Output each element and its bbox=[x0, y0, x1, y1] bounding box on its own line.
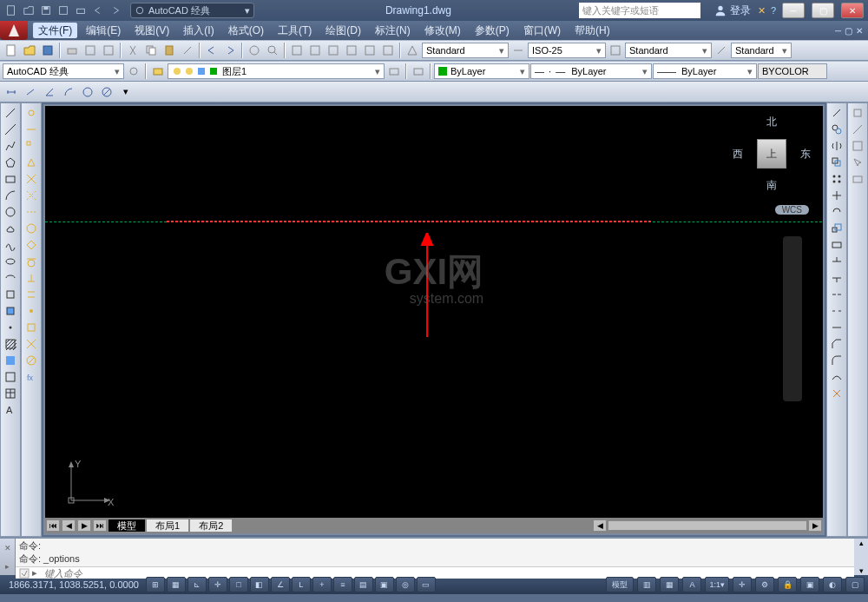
tablestyle-dropdown[interactable]: Standard▾ bbox=[625, 43, 712, 58]
isolate-icon[interactable]: ◐ bbox=[823, 577, 842, 592]
break-point-icon[interactable] bbox=[828, 287, 845, 302]
mirror-icon[interactable] bbox=[828, 138, 845, 154]
revcloud-icon[interactable] bbox=[2, 221, 19, 236]
dim-diameter-icon[interactable] bbox=[98, 83, 115, 101]
otrack-button[interactable]: ∠ bbox=[271, 577, 290, 592]
viewcube[interactable]: 北 南 西 东 上 bbox=[733, 115, 811, 193]
doc-close-icon[interactable]: ✕ bbox=[856, 26, 863, 36]
paste-icon[interactable] bbox=[161, 42, 178, 59]
dim-icon[interactable] bbox=[510, 42, 527, 59]
scale-icon[interactable] bbox=[828, 221, 845, 236]
props-icon[interactable] bbox=[288, 42, 306, 59]
none-icon[interactable] bbox=[23, 353, 40, 368]
ducs-button[interactable]: L bbox=[292, 577, 311, 592]
clean-screen-icon[interactable]: ▢ bbox=[845, 577, 865, 592]
break-icon[interactable] bbox=[828, 303, 845, 319]
tab-layout2[interactable]: 布局2 bbox=[189, 519, 233, 533]
dim-more-icon[interactable]: ▾ bbox=[117, 83, 135, 101]
intersection-icon[interactable] bbox=[23, 171, 40, 187]
layer-props-icon[interactable] bbox=[149, 63, 167, 80]
make-block-icon[interactable] bbox=[2, 303, 19, 319]
blend-icon[interactable] bbox=[828, 369, 845, 385]
spline-icon[interactable] bbox=[2, 237, 19, 253]
erase-icon[interactable] bbox=[828, 105, 845, 121]
command-handle[interactable]: ✕ ▸ bbox=[0, 539, 16, 575]
maximize-button[interactable]: ▢ bbox=[812, 3, 834, 18]
dim-linear-icon[interactable] bbox=[3, 83, 20, 101]
select-icon[interactable] bbox=[849, 155, 866, 170]
polar-button[interactable]: ✛ bbox=[208, 577, 227, 592]
close-icon[interactable]: ✕ bbox=[4, 544, 11, 552]
am-button[interactable]: ▭ bbox=[417, 577, 436, 592]
viewcube-top[interactable]: 上 bbox=[757, 139, 786, 169]
mleader-icon[interactable] bbox=[713, 42, 730, 59]
quadrant-icon[interactable] bbox=[23, 237, 40, 253]
parallel-icon[interactable] bbox=[23, 287, 40, 302]
hardware-accel-icon[interactable]: ▣ bbox=[800, 577, 819, 592]
print-icon[interactable] bbox=[73, 3, 89, 18]
save-icon[interactable] bbox=[39, 42, 56, 59]
perpendicular-icon[interactable] bbox=[23, 270, 40, 286]
measure-icon[interactable] bbox=[849, 122, 866, 137]
nearest-icon[interactable] bbox=[23, 336, 40, 352]
ssm-icon[interactable] bbox=[343, 42, 360, 59]
pan-icon[interactable] bbox=[785, 264, 800, 280]
workspace-dropdown[interactable]: AutoCAD 经典 ▾ bbox=[130, 3, 254, 18]
tpy-button[interactable]: ▤ bbox=[354, 577, 373, 592]
menu-tools[interactable]: 工具(T) bbox=[271, 21, 319, 40]
quickview-drawings-icon[interactable]: ▦ bbox=[660, 577, 679, 592]
model-button[interactable]: 模型 bbox=[606, 577, 634, 592]
tp-icon[interactable] bbox=[325, 42, 342, 59]
chevron-icon[interactable]: ▸ bbox=[5, 562, 10, 571]
menu-draw[interactable]: 绘图(D) bbox=[319, 21, 368, 40]
tab-layout1[interactable]: 布局1 bbox=[146, 519, 189, 533]
tab-model[interactable]: 模型 bbox=[108, 519, 146, 533]
endpoint-icon[interactable] bbox=[23, 138, 40, 154]
extension-icon[interactable] bbox=[23, 204, 40, 220]
point-icon[interactable] bbox=[2, 320, 19, 335]
exchange-icon[interactable]: ✕ bbox=[758, 5, 766, 17]
sc-button[interactable]: ◎ bbox=[396, 577, 415, 592]
color-dropdown[interactable]: ByLayer▾ bbox=[434, 63, 529, 79]
qp-button[interactable]: ▣ bbox=[375, 577, 394, 592]
tab-prev-icon[interactable]: ◀ bbox=[62, 519, 76, 532]
tab-first-icon[interactable]: ⏮ bbox=[46, 519, 60, 532]
help-icon[interactable]: ? bbox=[771, 5, 776, 16]
from-icon[interactable] bbox=[23, 122, 40, 137]
gradient-icon[interactable] bbox=[2, 353, 19, 368]
menu-view[interactable]: 视图(V) bbox=[128, 21, 176, 40]
offset-icon[interactable] bbox=[828, 155, 845, 170]
grid-button[interactable]: ▦ bbox=[167, 577, 186, 592]
center-icon[interactable] bbox=[23, 221, 40, 236]
plotstyle-dropdown[interactable]: BYCOLOR bbox=[758, 63, 827, 79]
menu-dimension[interactable]: 标注(N) bbox=[368, 21, 418, 40]
saveas-icon[interactable] bbox=[56, 3, 71, 18]
preview-icon[interactable] bbox=[82, 42, 99, 59]
qcalc-icon[interactable] bbox=[379, 42, 397, 59]
3dosnap-button[interactable]: ◧ bbox=[250, 577, 269, 592]
table-icon[interactable] bbox=[2, 386, 19, 401]
open-icon[interactable] bbox=[21, 42, 38, 59]
menu-modify[interactable]: 修改(M) bbox=[418, 21, 468, 40]
save-icon[interactable] bbox=[38, 3, 54, 18]
temp-track-icon[interactable] bbox=[23, 105, 40, 121]
tab-last-icon[interactable]: ⏭ bbox=[93, 519, 107, 532]
doc-restore-icon[interactable]: ▢ bbox=[845, 26, 852, 36]
ortho-button[interactable]: ⊾ bbox=[187, 577, 207, 592]
xline-icon[interactable] bbox=[2, 122, 19, 137]
lock-ui-icon[interactable]: 🔒 bbox=[778, 577, 797, 592]
constraint-icon[interactable] bbox=[849, 105, 866, 121]
dim-arc-icon[interactable] bbox=[60, 83, 77, 101]
print-icon[interactable] bbox=[63, 42, 81, 59]
hatch-icon[interactable] bbox=[2, 336, 19, 352]
tangent-icon[interactable] bbox=[23, 254, 40, 269]
extend-icon[interactable] bbox=[828, 270, 845, 286]
publish-icon[interactable] bbox=[100, 42, 117, 59]
coordinates[interactable]: 1866.3171, 1038.5251, 0.0000 bbox=[3, 579, 144, 590]
textstyle-dropdown[interactable]: Standard▾ bbox=[422, 43, 509, 58]
move-icon[interactable] bbox=[828, 188, 845, 203]
copy-obj-icon[interactable] bbox=[828, 122, 845, 137]
circle-icon[interactable] bbox=[2, 204, 19, 220]
navigation-bar[interactable] bbox=[783, 236, 802, 401]
zoom-icon[interactable] bbox=[785, 287, 800, 302]
